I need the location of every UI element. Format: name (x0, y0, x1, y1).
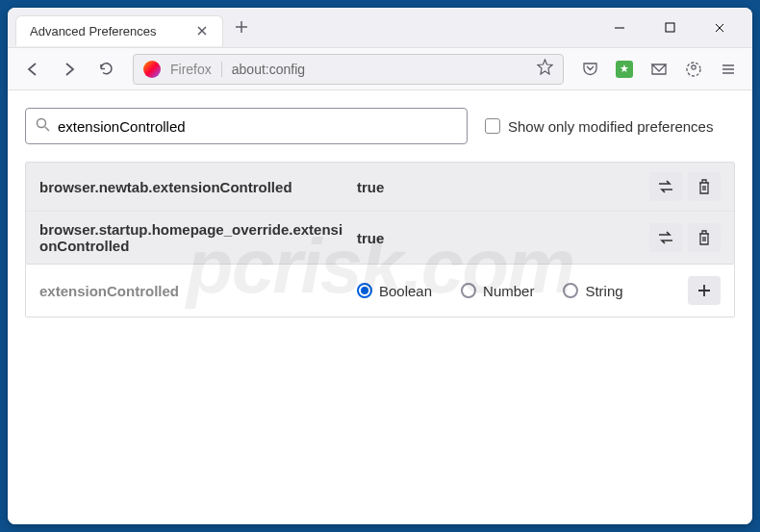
pref-value: true (357, 230, 649, 246)
tab-title: Advanced Preferences (30, 24, 157, 38)
pref-value: true (357, 179, 649, 195)
pocket-icon[interactable] (575, 55, 604, 84)
pref-actions (649, 223, 721, 252)
checkbox-icon (485, 118, 500, 134)
add-pref-name: extensionControlled (39, 283, 357, 299)
radio-label: String (585, 283, 622, 299)
delete-button[interactable] (688, 223, 721, 252)
radio-icon (357, 283, 372, 298)
inbox-icon[interactable] (645, 55, 673, 84)
reload-button[interactable] (90, 54, 121, 85)
newtab-button[interactable] (235, 16, 248, 38)
window-controls (598, 13, 741, 42)
pref-name: browser.startup.homepage_override.extens… (39, 221, 357, 254)
tab-active[interactable]: Advanced Preferences (15, 15, 223, 46)
svg-point-3 (38, 118, 46, 127)
add-button[interactable] (688, 276, 721, 305)
search-box[interactable] (25, 108, 468, 144)
forward-button[interactable] (54, 54, 85, 85)
search-icon (36, 117, 50, 136)
url-text: about:config (232, 62, 527, 77)
close-button[interactable] (698, 13, 741, 42)
account-icon[interactable] (679, 55, 708, 84)
radio-string[interactable]: String (563, 283, 622, 299)
svg-rect-0 (666, 23, 674, 32)
minimize-button[interactable] (598, 13, 641, 42)
extension-icon[interactable]: ★ (610, 55, 639, 84)
radio-label: Number (483, 283, 534, 299)
bookmark-star-icon[interactable] (537, 59, 553, 79)
url-bar[interactable]: Firefox about:config (133, 54, 564, 85)
firefox-icon (143, 61, 161, 78)
radio-icon (461, 283, 476, 298)
toolbar: Firefox about:config ★ (8, 48, 752, 90)
search-input[interactable] (58, 118, 457, 135)
pref-list: browser.newtab.extensionControlled true … (25, 162, 735, 265)
add-pref-row: extensionControlled Boolean Number Strin… (25, 265, 735, 317)
content-area: Show only modified preferences browser.n… (8, 90, 752, 524)
search-row: Show only modified preferences (25, 108, 735, 144)
back-button[interactable] (17, 54, 48, 85)
pref-name: browser.newtab.extensionControlled (39, 179, 357, 195)
radio-number[interactable]: Number (461, 283, 534, 299)
pref-row[interactable]: browser.newtab.extensionControlled true (26, 163, 734, 212)
titlebar: Advanced Preferences (8, 8, 752, 48)
pref-row[interactable]: browser.startup.homepage_override.extens… (26, 212, 734, 264)
browser-window: Advanced Preferences Firefox about:confi… (8, 8, 752, 524)
radio-label: Boolean (379, 283, 432, 299)
checkbox-label: Show only modified preferences (508, 118, 713, 135)
maximize-button[interactable] (648, 13, 691, 42)
radio-boolean[interactable]: Boolean (357, 283, 432, 299)
close-icon[interactable] (195, 24, 209, 38)
type-radios: Boolean Number String (357, 283, 688, 299)
toggle-button[interactable] (649, 223, 682, 252)
delete-button[interactable] (688, 172, 721, 201)
show-modified-checkbox[interactable]: Show only modified preferences (485, 118, 713, 135)
identity-label: Firefox (170, 62, 222, 77)
radio-icon (563, 283, 578, 298)
toggle-button[interactable] (649, 172, 682, 201)
pref-actions (649, 172, 721, 201)
svg-point-2 (692, 64, 696, 68)
menu-button[interactable] (714, 55, 743, 84)
